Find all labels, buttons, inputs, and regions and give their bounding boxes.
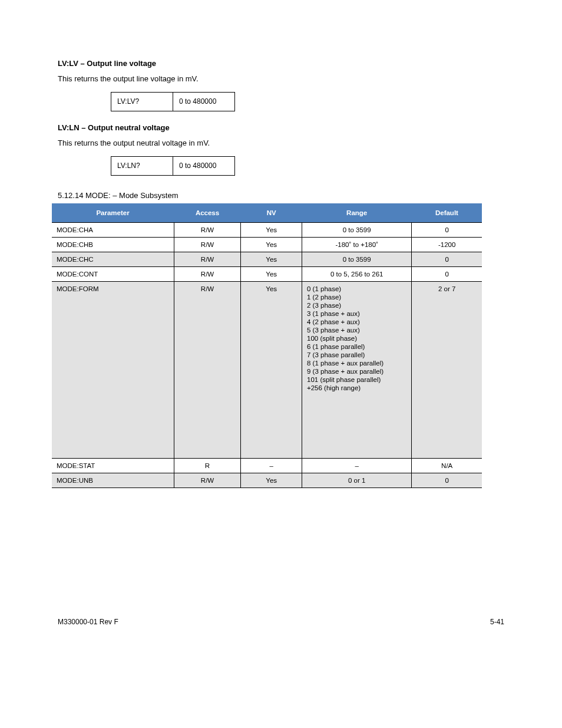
cell-nv: Yes [241, 473, 302, 487]
cell-access: R/W [174, 237, 241, 252]
ln-query-range: 0 to 480000 [173, 156, 235, 175]
cell-range: 0 (1 phase)1 (2 phase)2 (3 phase)3 (1 ph… [302, 281, 412, 458]
cell-default: 0 [412, 252, 482, 266]
table-row: MODE:STATR––N/A [52, 458, 482, 473]
cell-access: R/W [174, 473, 241, 487]
lv-query-cmd: LV:LV? [111, 92, 173, 111]
col-header-range: Range [302, 203, 412, 223]
cell-range: – [302, 458, 412, 473]
cell-range: 0 to 3599 [302, 222, 412, 237]
cell-nv: Yes [241, 237, 302, 252]
ln-query-cmd: LV:LN? [111, 156, 173, 175]
cell-range: 0 or 1 [302, 473, 412, 487]
cell-range: 0 to 5, 256 to 261 [302, 266, 412, 281]
table-row: MODE:UNBR/WYes0 or 10 [52, 473, 482, 487]
footer-left: M330000-01 Rev F [58, 618, 118, 626]
lv-query-table: LV:LV? 0 to 480000 [111, 92, 235, 111]
cell-param: MODE:CHA [52, 222, 174, 237]
cell-nv: Yes [241, 222, 302, 237]
section-ln-body: This returns the output neutral voltage … [58, 138, 504, 149]
cell-range: -180˚ to +180˚ [302, 237, 412, 252]
mode-subsystem-table: Parameter Access NV Range Default MODE:C… [52, 203, 482, 488]
cell-access: R/W [174, 222, 241, 237]
cell-param: MODE:CHB [52, 237, 174, 252]
col-header-nv: NV [241, 203, 302, 223]
cell-access: R/W [174, 266, 241, 281]
section-lv-title: LV:LV – Output line voltage [58, 59, 504, 68]
cell-param: MODE:CHC [52, 252, 174, 266]
section-lv-body: This returns the output line voltage in … [58, 74, 504, 85]
cell-access: R/W [174, 281, 241, 458]
cell-default: 0 [412, 473, 482, 487]
cell-param: MODE:FORM [52, 281, 174, 458]
cell-param: MODE:STAT [52, 458, 174, 473]
table-row: LV:LN? 0 to 480000 [111, 156, 235, 175]
cell-access: R/W [174, 252, 241, 266]
lv-query-range: 0 to 480000 [173, 92, 235, 111]
cell-nv: Yes [241, 281, 302, 458]
col-header-parameter: Parameter [52, 203, 174, 223]
document-page: LV:LV – Output line voltage This returns… [0, 0, 562, 661]
table-row: MODE:CHBR/WYes-180˚ to +180˚-1200 [52, 237, 482, 252]
table-row: MODE:CONTR/WYes0 to 5, 256 to 2610 [52, 266, 482, 281]
cell-default: 0 [412, 266, 482, 281]
cell-param: MODE:UNB [52, 473, 174, 487]
cell-default: 2 or 7 [412, 281, 482, 458]
ln-query-table: LV:LN? 0 to 480000 [111, 156, 235, 176]
cell-nv: Yes [241, 252, 302, 266]
footer-right: 5-41 [490, 618, 504, 626]
cell-nv: – [241, 458, 302, 473]
table-row: MODE:CHCR/WYes0 to 35990 [52, 252, 482, 266]
cell-nv: Yes [241, 266, 302, 281]
cell-default: N/A [412, 458, 482, 473]
main-table-caption: 5.12.14 MODE: – Mode Subsystem [58, 191, 504, 200]
cell-default: -1200 [412, 237, 482, 252]
table-header-row: Parameter Access NV Range Default [52, 203, 482, 223]
cell-param: MODE:CONT [52, 266, 174, 281]
col-header-default: Default [412, 203, 482, 223]
col-header-access: Access [174, 203, 241, 223]
cell-range: 0 to 3599 [302, 252, 412, 266]
section-ln-title: LV:LN – Output neutral voltage [58, 123, 504, 132]
page-footer: M330000-01 Rev F 5-41 [58, 618, 504, 626]
cell-access: R [174, 458, 241, 473]
table-row: LV:LV? 0 to 480000 [111, 92, 235, 111]
table-row: MODE:CHAR/WYes0 to 35990 [52, 222, 482, 237]
cell-default: 0 [412, 222, 482, 237]
table-row: MODE:FORMR/WYes0 (1 phase)1 (2 phase)2 (… [52, 281, 482, 458]
